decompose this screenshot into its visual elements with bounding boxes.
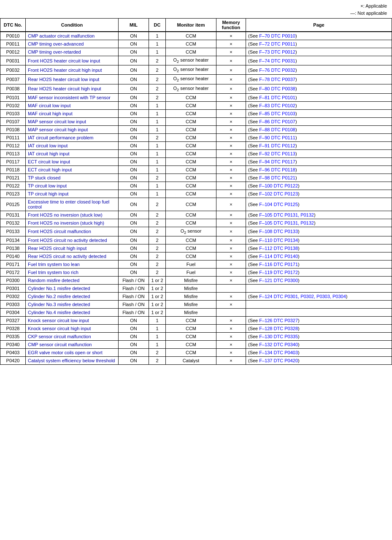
page-link[interactable]: F–104 DTC P0125 [259, 202, 298, 207]
page-cell[interactable]: (See F–70 DTC P0010) [246, 32, 392, 40]
dtc-cell: P0112 [0, 141, 26, 149]
page-cell[interactable]: (See F–83 DTC P0102) [246, 101, 392, 109]
page-cell[interactable] [246, 300, 392, 308]
page-cell[interactable]: (See F–91 DTC P0112) [246, 141, 392, 149]
page-cell[interactable]: (See F–90 DTC P0111) [246, 133, 392, 141]
page-link[interactable]: F–80 DTC P0038 [259, 86, 295, 91]
memory-cell: × [216, 109, 246, 117]
page-cell[interactable]: (See F–80 DTC P0038) [246, 84, 392, 93]
page-link[interactable]: F–132 DTC P0340 [259, 342, 298, 347]
page-cell[interactable]: (See F–114 DTC P0140) [246, 252, 392, 260]
page-cell[interactable]: (See F–104 DTC P0125) [246, 198, 392, 211]
page-cell[interactable]: (See F–130 DTC P0335) [246, 332, 392, 340]
page-link[interactable]: F–78 DTC P0037 [259, 77, 295, 82]
dtc-cell: P0132 [0, 219, 26, 227]
monitor-cell: Fuel [166, 260, 216, 268]
mil-cell: ON [119, 316, 149, 324]
page-link[interactable]: F–114 DTC P0140 [259, 254, 298, 259]
page-link[interactable]: F–110 DTC P0134 [259, 238, 298, 243]
page-cell[interactable]: (See F–86 DTC P0107) [246, 117, 392, 125]
dc-cell: 1 [149, 340, 166, 348]
dc-cell: 1 [149, 157, 166, 166]
page-cell[interactable]: (See F–124 DTC P0301, P0302, P0303, P030… [246, 292, 392, 300]
page-link[interactable]: F–83 DTC P0102 [259, 103, 295, 108]
page-link[interactable]: F–73 DTC P0012 [259, 49, 295, 54]
page-link[interactable]: F–86 DTC P0107 [259, 119, 295, 124]
page-cell[interactable]: (See F–100 DTC P0122) [246, 182, 392, 190]
page-cell[interactable]: (See F–102 DTC P0123) [246, 190, 392, 198]
page-cell[interactable]: (See F–72 DTC P0011) [246, 40, 392, 48]
page-cell[interactable]: (See F–105 DTC P0131, P0132) [246, 211, 392, 219]
page-link[interactable]: F–121 DTC P0300 [259, 278, 298, 283]
page-cell[interactable]: (See F–132 DTC P0340) [246, 340, 392, 348]
mil-cell: ON [119, 65, 149, 75]
page-link[interactable]: F–119 DTC P0172 [259, 270, 298, 275]
monitor-cell: Misfire [166, 292, 216, 300]
page-cell[interactable]: (See F–74 DTC P0031) [246, 56, 392, 65]
page-cell[interactable]: (See F–98 DTC P0121) [246, 174, 392, 182]
mil-cell: ON [119, 141, 149, 149]
page-link[interactable]: F–85 DTC P0103 [259, 111, 295, 116]
dtc-cell: P0010 [0, 32, 26, 40]
page-cell[interactable]: (See F–73 DTC P0012) [246, 48, 392, 56]
page-link[interactable]: F–70 DTC P0010 [259, 33, 295, 38]
page-cell[interactable]: (See F–92 DTC P0113) [246, 149, 392, 157]
page-cell[interactable]: (See F–112 DTC P0138) [246, 244, 392, 252]
condition-cell: MAF circuit low input [26, 101, 119, 109]
table-row: P0303Cylinder No.3 misfire detectedFlash… [0, 300, 392, 308]
col-monitor: Monitor item [166, 19, 216, 32]
page-link[interactable]: F–92 DTC P0113 [259, 151, 295, 156]
mil-cell: ON [119, 75, 149, 84]
page-link[interactable]: F–128 DTC P0328 [259, 326, 298, 331]
page-link[interactable]: F–124 DTC P0301, P0302, P0303, P0304 [259, 294, 346, 299]
page-link[interactable]: F–88 DTC P0108 [259, 127, 295, 132]
page-cell[interactable]: (See F–137 DTC P0420) [246, 356, 392, 364]
page-cell[interactable]: (See F–78 DTC P0037) [246, 75, 392, 84]
dtc-cell: P0111 [0, 133, 26, 141]
page-link[interactable]: F–130 DTC P0335 [259, 334, 298, 339]
monitor-cell: CCM [166, 190, 216, 198]
page-link[interactable]: F–74 DTC P0031 [259, 58, 295, 63]
page-link[interactable]: F–98 DTC P0121 [259, 175, 295, 180]
page-cell[interactable]: (See F–134 DTC P0403) [246, 348, 392, 356]
page-cell[interactable] [246, 284, 392, 292]
page-cell[interactable]: (See F–121 DTC P0300) [246, 276, 392, 284]
page-cell[interactable]: (See F–105 DTC P0131, P0132) [246, 219, 392, 227]
page-link[interactable]: F–116 DTC P0171 [259, 262, 298, 267]
page-cell[interactable]: (See F–110 DTC P0134) [246, 236, 392, 244]
dtc-cell: P0134 [0, 236, 26, 244]
page-cell[interactable] [246, 308, 392, 316]
page-link[interactable]: F–91 DTC P0112 [259, 143, 295, 148]
dc-cell: 2 [149, 260, 166, 268]
page-link[interactable]: F–76 DTC P0032 [259, 68, 295, 73]
page-cell[interactable]: (See F–76 DTC P0032) [246, 65, 392, 75]
page-link[interactable]: F–100 DTC P0122 [259, 183, 298, 188]
memory-cell: × [216, 93, 246, 101]
page-link[interactable]: F–72 DTC P0011 [259, 41, 295, 46]
page-link[interactable]: F–134 DTC P0403 [259, 350, 298, 355]
page-link[interactable]: F–105 DTC P0131, P0132 [259, 220, 314, 225]
page-link[interactable]: F–126 DTC P0327 [259, 318, 298, 323]
page-link[interactable]: F–81 DTC P0101 [259, 95, 295, 100]
page-link[interactable]: F–94 DTC P0117 [259, 159, 295, 164]
page-cell[interactable]: (See F–96 DTC P0118) [246, 166, 392, 174]
page-cell[interactable]: (See F–94 DTC P0117) [246, 157, 392, 166]
page-link[interactable]: F–112 DTC P0138 [259, 246, 298, 251]
page-cell[interactable]: (See F–108 DTC P0133) [246, 227, 392, 236]
page-cell[interactable]: (See F–88 DTC P0108) [246, 125, 392, 133]
condition-cell: Front HO2S heater circuit high input [26, 65, 119, 75]
page-link[interactable]: F–108 DTC P0133 [259, 229, 298, 234]
page-link[interactable]: F–96 DTC P0118 [259, 167, 295, 172]
page-link[interactable]: F–137 DTC P0420 [259, 358, 298, 363]
page-link[interactable]: F–90 DTC P0111 [259, 135, 295, 140]
page-cell[interactable]: (See F–85 DTC P0103) [246, 109, 392, 117]
page-cell[interactable]: (See F–116 DTC P0171) [246, 260, 392, 268]
page-cell[interactable]: (See F–81 DTC P0101) [246, 93, 392, 101]
monitor-cell: CCM [166, 109, 216, 117]
page-cell[interactable]: (See F–126 DTC P0327) [246, 316, 392, 324]
page-link[interactable]: F–105 DTC P0131, P0132 [259, 212, 314, 217]
page-link[interactable]: F–102 DTC P0123 [259, 191, 298, 196]
dc-cell: 2 [149, 84, 166, 93]
page-cell[interactable]: (See F–128 DTC P0328) [246, 324, 392, 332]
page-cell[interactable]: (See F–119 DTC P0172) [246, 268, 392, 276]
